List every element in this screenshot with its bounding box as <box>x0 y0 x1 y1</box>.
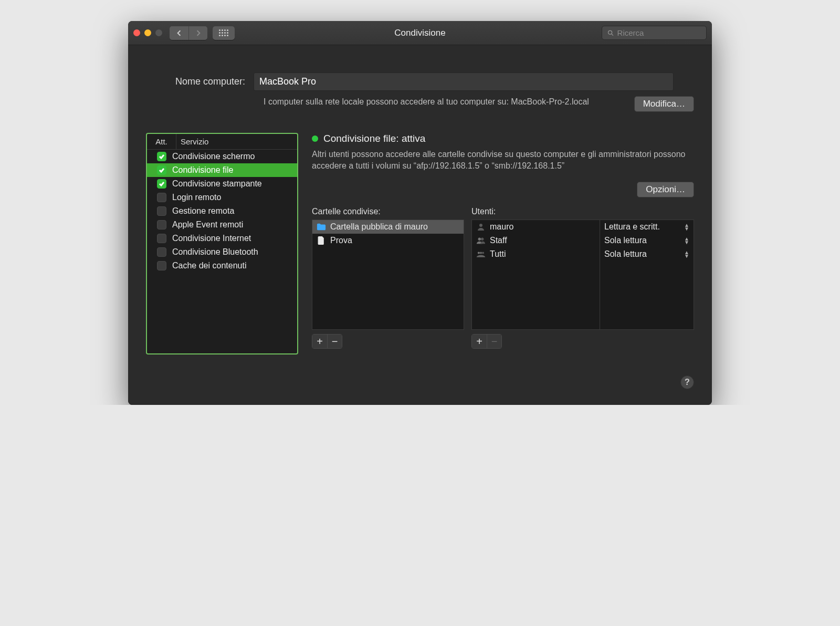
search-icon <box>607 29 614 37</box>
users-add-remove: + − <box>471 334 502 349</box>
back-button[interactable] <box>170 26 188 40</box>
edit-hostname-button[interactable]: Modifica… <box>634 96 694 112</box>
svg-point-0 <box>608 30 612 34</box>
service-row-3[interactable]: Login remoto <box>147 191 297 204</box>
stepper-icon: ▲▼ <box>684 251 689 258</box>
search-input[interactable] <box>617 28 701 37</box>
users-icon <box>476 236 486 245</box>
file-icon <box>317 236 326 245</box>
service-checkbox[interactable] <box>157 193 166 202</box>
folders-add-remove: + − <box>312 334 342 349</box>
folder-name: Prova <box>330 236 352 245</box>
user-name: mauro <box>490 222 513 232</box>
service-label: Condivisione file <box>172 165 293 175</box>
user-item[interactable]: Tutti <box>472 247 600 261</box>
service-label: Condivisione Bluetooth <box>172 247 293 257</box>
service-label: Condivisione Internet <box>172 234 293 243</box>
computer-name-label: Nome computer: <box>175 76 245 87</box>
service-row-2[interactable]: Condivisione stampante <box>147 177 297 191</box>
service-checkbox[interactable] <box>157 179 166 189</box>
svg-point-3 <box>478 237 481 240</box>
service-label: Apple Event remoti <box>172 220 293 229</box>
service-row-7[interactable]: Condivisione Bluetooth <box>147 245 297 259</box>
folder-name: Cartella pubblica di mauro <box>330 222 428 232</box>
add-user-button[interactable]: + <box>472 335 487 348</box>
column-active: Att. <box>147 134 176 149</box>
users-list[interactable]: mauroStaffTutti Lettura e scritt.▲▼Sola … <box>471 220 694 330</box>
service-label: Condivisione schermo <box>172 152 293 161</box>
nav-buttons <box>170 26 207 40</box>
show-all-button[interactable] <box>213 26 235 40</box>
permission-selector[interactable]: Sola lettura▲▼ <box>600 234 694 247</box>
computer-name-row: Nome computer: <box>175 72 694 91</box>
services-header: Att. Servizio <box>147 134 297 150</box>
service-checkbox[interactable] <box>157 247 166 257</box>
options-button[interactable]: Opzioni… <box>637 182 694 197</box>
service-label: Login remoto <box>172 193 293 202</box>
remove-user-button[interactable]: − <box>487 335 501 348</box>
svg-point-7 <box>482 252 484 254</box>
service-row-1[interactable]: Condivisione file <box>147 163 297 177</box>
svg-point-5 <box>478 252 480 254</box>
folder-item[interactable]: Prova <box>312 234 464 247</box>
content-area: Nome computer: I computer sulla rete loc… <box>128 45 712 405</box>
user-item[interactable]: mauro <box>472 220 600 234</box>
sharing-preferences-window: Condivisione Nome computer: I computer s… <box>128 21 712 405</box>
service-row-0[interactable]: Condivisione schermo <box>147 150 297 163</box>
service-checkbox[interactable] <box>157 234 166 243</box>
service-row-5[interactable]: Apple Event remoti <box>147 218 297 232</box>
service-detail: Condivisione file: attiva Altri utenti p… <box>312 133 694 354</box>
users-label: Utenti: <box>471 207 694 216</box>
computer-name-input[interactable] <box>254 72 674 91</box>
folder-icon <box>317 223 326 231</box>
status-indicator-icon <box>312 135 318 142</box>
service-row-4[interactable]: Gestione remota <box>147 204 297 218</box>
service-checkbox[interactable] <box>157 152 166 161</box>
service-checkbox[interactable] <box>157 165 166 175</box>
group-icon <box>476 250 486 258</box>
status-text: Condivisione file: attiva <box>323 133 425 144</box>
stepper-icon: ▲▼ <box>684 223 689 231</box>
svg-point-2 <box>479 224 482 227</box>
permission-value: Sola lettura <box>604 249 647 259</box>
service-checkbox[interactable] <box>157 206 166 216</box>
service-row-8[interactable]: Cache dei contenuti <box>147 259 297 273</box>
user-name: Tutti <box>490 249 506 259</box>
titlebar: Condivisione <box>128 21 712 45</box>
zoom-window-button[interactable] <box>155 29 162 36</box>
users-column: Utenti: mauroStaffTutti Lettura e scritt… <box>471 207 694 349</box>
computer-name-subtext: I computer sulla rete locale possono acc… <box>264 96 600 108</box>
folder-item[interactable]: Cartella pubblica di mauro <box>312 220 464 234</box>
user-item[interactable]: Staff <box>472 234 600 247</box>
close-window-button[interactable] <box>133 29 140 36</box>
remove-folder-button[interactable]: − <box>327 335 342 348</box>
svg-line-1 <box>612 34 613 35</box>
service-description: Altri utenti possono accedere alle carte… <box>312 149 694 172</box>
user-icon <box>476 223 486 231</box>
user-name: Staff <box>490 236 507 245</box>
forward-button[interactable] <box>188 26 207 40</box>
permission-selector[interactable]: Lettura e scritt.▲▼ <box>600 220 694 234</box>
shared-folders-label: Cartelle condivise: <box>312 207 464 216</box>
add-folder-button[interactable]: + <box>312 335 327 348</box>
shared-folders-column: Cartelle condivise: Cartella pubblica di… <box>312 207 464 349</box>
minimize-window-button[interactable] <box>144 29 151 36</box>
permission-selector[interactable]: Sola lettura▲▼ <box>600 247 694 261</box>
service-checkbox[interactable] <box>157 261 166 270</box>
permission-value: Sola lettura <box>604 236 647 245</box>
service-label: Gestione remota <box>172 206 293 216</box>
service-row-6[interactable]: Condivisione Internet <box>147 232 297 245</box>
search-field[interactable] <box>602 26 707 40</box>
service-label: Cache dei contenuti <box>172 261 293 270</box>
help-button[interactable]: ? <box>680 375 694 389</box>
permission-value: Lettura e scritt. <box>604 222 660 232</box>
column-service: Servizio <box>176 134 297 149</box>
window-controls <box>133 29 162 36</box>
shared-folders-list[interactable]: Cartella pubblica di mauroProva <box>312 220 464 330</box>
services-list: Att. Servizio Condivisione schermoCondiv… <box>146 133 298 354</box>
svg-point-4 <box>481 237 484 240</box>
svg-point-6 <box>480 252 482 254</box>
service-label: Condivisione stampante <box>172 179 293 189</box>
service-checkbox[interactable] <box>157 220 166 229</box>
grid-icon <box>219 29 228 36</box>
